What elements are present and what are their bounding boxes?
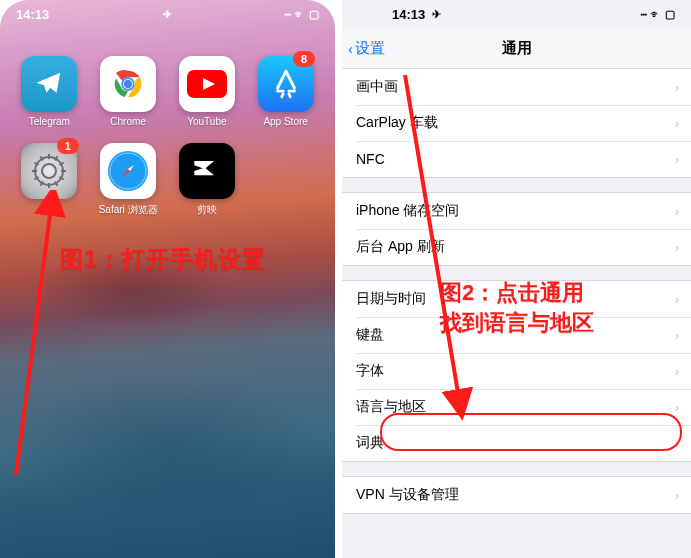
row-label: 词典	[356, 434, 384, 452]
chevron-right-icon: ›	[675, 436, 679, 451]
annotation-fig2: 图2：点击通用 找到语言与地区	[440, 278, 594, 338]
app-youtube[interactable]: YouTube	[170, 56, 245, 127]
page-title: 通用	[342, 39, 691, 58]
battery-icon: ▢	[309, 8, 319, 21]
annotation-fig1: 图1：打开手机设置	[60, 244, 266, 275]
wifi-icon: ⋯ ᯤ	[641, 8, 661, 20]
row-label: 键盘	[356, 326, 384, 344]
status-indicators: ⋯ ᯤ ▢	[285, 8, 319, 21]
svg-point-4	[35, 157, 63, 185]
chevron-right-icon: ›	[675, 152, 679, 167]
app-label: Telegram	[29, 116, 70, 127]
app-label: Chrome	[110, 116, 146, 127]
app-appstore[interactable]: 8App Store	[248, 56, 323, 127]
settings-group: VPN 与设备管理›	[342, 476, 691, 514]
chevron-right-icon: ›	[675, 240, 679, 255]
svg-point-5	[42, 164, 56, 178]
status-bar: 14:13 ✈ ⋯ ᯤ ▢	[342, 0, 691, 28]
chevron-right-icon: ›	[675, 364, 679, 379]
app-telegram[interactable]: Telegram	[12, 56, 87, 127]
app-label: App Store	[263, 116, 307, 127]
row-label: 字体	[356, 362, 384, 380]
status-time: 14:13	[16, 7, 49, 22]
nav-bar: ‹ 设置 通用	[342, 28, 691, 69]
battery-icon: ▢	[665, 8, 675, 21]
row-label: NFC	[356, 151, 385, 167]
app-label: 剪映	[197, 203, 217, 217]
app-chrome[interactable]: Chrome	[91, 56, 166, 127]
svg-point-2	[124, 80, 132, 88]
badge: 8	[293, 51, 315, 67]
wifi-icon: ⋯ ᯤ	[285, 8, 305, 20]
chevron-right-icon: ›	[675, 80, 679, 95]
chevron-right-icon: ›	[675, 488, 679, 503]
app-label: Safari 浏览器	[99, 203, 158, 217]
arrow-fig2	[390, 70, 480, 420]
app-capcut[interactable]: 剪映	[170, 143, 245, 217]
settings-row[interactable]: 词典›	[342, 425, 691, 461]
arrow-fig1	[6, 190, 76, 480]
settings-row[interactable]: VPN 与设备管理›	[342, 477, 691, 513]
status-time: 14:13	[392, 7, 425, 22]
chevron-right-icon: ›	[675, 292, 679, 307]
status-bar: 14:13 ✈ ⋯ ᯤ ▢	[0, 0, 335, 28]
chevron-right-icon: ›	[675, 328, 679, 343]
row-label: VPN 与设备管理	[356, 486, 459, 504]
app-label: YouTube	[187, 116, 226, 127]
chevron-right-icon: ›	[675, 400, 679, 415]
status-indicators: ⋯ ᯤ ▢	[641, 8, 675, 21]
app-safari[interactable]: Safari 浏览器	[91, 143, 166, 217]
badge: 1	[57, 138, 79, 154]
chevron-right-icon: ›	[675, 204, 679, 219]
chevron-right-icon: ›	[675, 116, 679, 131]
